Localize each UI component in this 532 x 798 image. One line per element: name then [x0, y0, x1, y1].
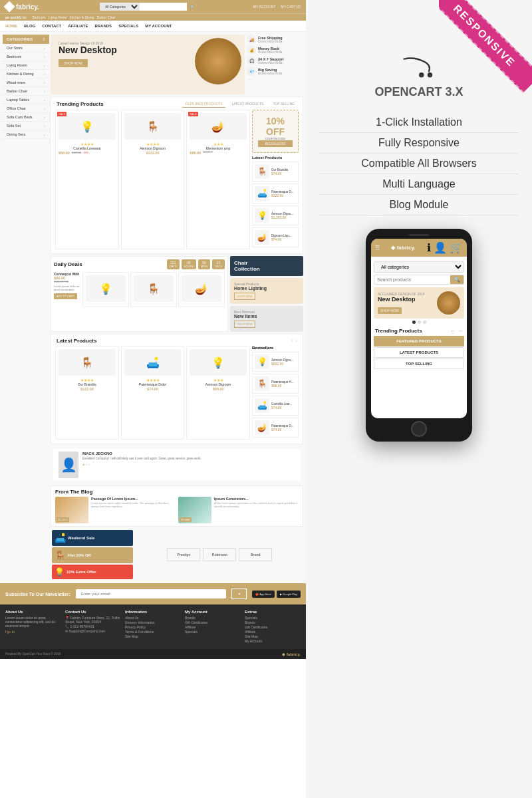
- sidebar-item-kitchen[interactable]: Kitchen & Dining›: [3, 70, 49, 78]
- nav-specials[interactable]: SPECIALS: [118, 24, 138, 28]
- phone-next-arrow[interactable]: →: [458, 328, 463, 334]
- right-product-2[interactable]: 🛋️ Patentesque D...$122.00: [252, 184, 299, 203]
- phone-category-select[interactable]: All categories: [374, 261, 464, 273]
- right-product-4[interactable]: 🪔 Digroom Liqu...$74.00: [252, 227, 299, 247]
- blog-date-1: 21 JULY: [57, 517, 69, 522]
- blog-card-1[interactable]: 21 JULY Passage Of Lorem Ipsum... Lorem …: [55, 497, 176, 523]
- brand-robinson[interactable]: Robinson: [203, 548, 236, 561]
- newsletter-label: Subscribe To Our Newsletter:: [5, 592, 70, 597]
- bestseller-4[interactable]: 🪔 Patentesque D...$74.00: [252, 418, 299, 438]
- categories-header: CATEGORIES ≡: [3, 35, 49, 44]
- category-select[interactable]: All Categories: [100, 3, 140, 11]
- product-image-3: 🪔: [190, 113, 247, 140]
- lamp-icon: 💡: [55, 567, 65, 577]
- lighting-shop-button[interactable]: SHOP NOW: [234, 293, 255, 300]
- feature-support: 🎧 24 X 7 SupportDonec tellus Nulla: [247, 56, 303, 65]
- feature-shipping: 🚚 Free ShippingDonec tellus Nulla: [247, 35, 303, 44]
- prev-arrow[interactable]: ‹: [291, 338, 293, 344]
- phone-hero-btn[interactable]: SHOP NOW: [378, 307, 402, 314]
- phone-search-area: All categories 🔍: [371, 257, 467, 287]
- sidebar-item-woodware[interactable]: Wood-ware›: [3, 78, 49, 87]
- phone-tab-latest[interactable]: LATEST PRODUCTS: [374, 347, 464, 358]
- next-arrow[interactable]: ›: [295, 338, 297, 344]
- testimonial-name: MACK JECKNO: [82, 452, 201, 456]
- quick-link-bedroom[interactable]: Bedroom: [33, 15, 46, 19]
- dot-1[interactable]: [412, 321, 416, 324]
- tab-featured[interactable]: FEATURED PRODUCTS: [182, 100, 225, 108]
- latest-product-3[interactable]: 💡 ★★★ Aemson Digroom $98.00: [186, 346, 250, 440]
- bestseller-2[interactable]: 🪑 Patentesque H...$59.00: [252, 374, 299, 394]
- blog-title-2: Ipsum Generators...: [214, 497, 299, 501]
- sidebar-item-living[interactable]: Living Room›: [3, 61, 49, 70]
- tab-latest[interactable]: LATEST PRODUCTS: [229, 100, 267, 108]
- deal-product-3[interactable]: 🪔: [178, 272, 225, 307]
- weekend-sale-card[interactable]: 🛋️ Weekend Sale: [52, 530, 133, 546]
- sidebar-item-office[interactable]: Office Chair›: [3, 104, 49, 113]
- latest-product-1[interactable]: 🪑 ★★★★ Our Brandits $122.00: [55, 346, 119, 440]
- sidebar-item-barber[interactable]: Barber Chair›: [3, 87, 49, 96]
- sidebar-item-sofa[interactable]: Sofa Set›: [3, 122, 49, 130]
- product-card-2[interactable]: 🪑 ★★★★ Aemson Digroom $122.00: [121, 110, 185, 249]
- latest-product-2[interactable]: 🛋️ ★★★★ Patentesque Dolor $74.00: [121, 346, 185, 440]
- sidebar-item-bedroom[interactable]: Bedroom›: [3, 53, 49, 61]
- nav-account[interactable]: MY ACCOUNT: [145, 24, 172, 28]
- search-input[interactable]: [140, 3, 187, 11]
- dot-3[interactable]: [423, 321, 426, 324]
- nav-blog[interactable]: BLOG: [24, 24, 35, 28]
- playstore-button[interactable]: ▶ Google Play: [277, 591, 301, 598]
- newsletter-submit[interactable]: ▼: [231, 589, 247, 599]
- deal-product-1[interactable]: 💡: [82, 272, 129, 307]
- appstore-button[interactable]: 🍎 App Store: [252, 591, 275, 598]
- flat-discount-card[interactable]: 🪑 Flat 30% Off: [52, 547, 133, 563]
- new-items-shop-button[interactable]: SHOP NOW: [234, 321, 255, 328]
- quick-link-barber[interactable]: Barber Chair: [97, 15, 116, 19]
- quick-link-kitchen[interactable]: Kitchen & Dining: [70, 15, 94, 19]
- brand-3[interactable]: Brand: [239, 548, 272, 561]
- phone-prev-arrow[interactable]: ←: [450, 328, 456, 334]
- dot-2[interactable]: [418, 321, 421, 324]
- phone-tab-topselling[interactable]: TOP SELLING: [374, 358, 464, 369]
- extra-offer-card[interactable]: 💡 10% Extra Offer: [52, 565, 133, 579]
- cart-link[interactable]: MY CART (0): [281, 5, 301, 9]
- sidebar-item-laptop[interactable]: Laptop Tables›: [3, 96, 49, 104]
- footer: About Us Lorem ipsum dolor sit amet, con…: [0, 604, 306, 649]
- phone-tab-featured[interactable]: FEATURED PRODUCTS: [374, 336, 464, 346]
- shipping-icon: 🚚: [247, 35, 256, 44]
- chair-collection-card[interactable]: ChairCollection: [230, 256, 303, 276]
- product-card-1[interactable]: SALE 💡 ★★★★ Camellia Loveseat $59.60 $10…: [55, 110, 119, 249]
- brand-prestige[interactable]: Prestige: [167, 548, 200, 561]
- bestseller-3[interactable]: 🛋️ Camellia Lear...$74.00: [252, 396, 299, 416]
- hero-shop-button[interactable]: SHOP NOW: [59, 59, 88, 67]
- add-to-cart-button[interactable]: ADD TO CART: [54, 293, 77, 299]
- bestseller-1[interactable]: 💡 Aemson Digns...$922.00: [252, 352, 299, 372]
- nav-brands[interactable]: BRANDS: [94, 24, 112, 28]
- right-product-1[interactable]: 🪑 Our Brandits$74.00: [252, 162, 299, 182]
- newsletter-input[interactable]: [76, 589, 227, 598]
- product-card-3[interactable]: SALE 🪔 ★★★ Elementum amp $98.00 $300.99: [186, 110, 250, 249]
- website-preview: fabricy. All Categories 🔍 MY ACCOUNT MY …: [0, 0, 306, 798]
- nav-home[interactable]: HOME: [5, 24, 17, 28]
- blog-grid: 21 JULY Passage Of Lorem Ipsum... Lorem …: [55, 497, 299, 523]
- sidebar-item-sofa-cum[interactable]: Sofa Cum Beds›: [3, 113, 49, 122]
- nav-contact[interactable]: CONTACT: [42, 24, 61, 28]
- phone-cart-icon: 🛒: [450, 241, 463, 254]
- new-items-card[interactable]: Best Discount New Items SHOP NOW: [230, 306, 303, 332]
- support-icon: 🎧: [247, 56, 256, 65]
- blog-card-2[interactable]: 26 MAY Ipsum Generators... At the lorem …: [178, 497, 299, 523]
- search-button[interactable]: 🔍: [187, 3, 193, 11]
- phone-home-button[interactable]: [411, 421, 427, 437]
- search-bar[interactable]: All Categories 🔍: [100, 3, 193, 11]
- tab-topselling[interactable]: TOP SELLING: [270, 100, 297, 108]
- phone-search-button[interactable]: 🔍: [450, 275, 464, 284]
- product-price-1: $59.60: [59, 151, 70, 155]
- right-product-3[interactable]: 💡 Aemson Digns...$1,203.00: [252, 205, 299, 225]
- phone-search-input[interactable]: [374, 275, 450, 284]
- weekend-sofa-icon: 🛋️: [55, 533, 66, 543]
- home-lighting-card[interactable]: Special Products Home Lighting SHOP NOW: [230, 278, 303, 304]
- sidebar-item-dining[interactable]: Dining Sets›: [3, 130, 49, 139]
- account-link[interactable]: MY ACCOUNT: [253, 5, 275, 9]
- deal-product-2[interactable]: 🪑: [130, 272, 177, 307]
- quick-link-living[interactable]: Living Room: [49, 15, 67, 19]
- sidebar-item-store[interactable]: Our Store›: [3, 44, 49, 53]
- nav-affiliate[interactable]: AFFILIATE: [68, 24, 88, 28]
